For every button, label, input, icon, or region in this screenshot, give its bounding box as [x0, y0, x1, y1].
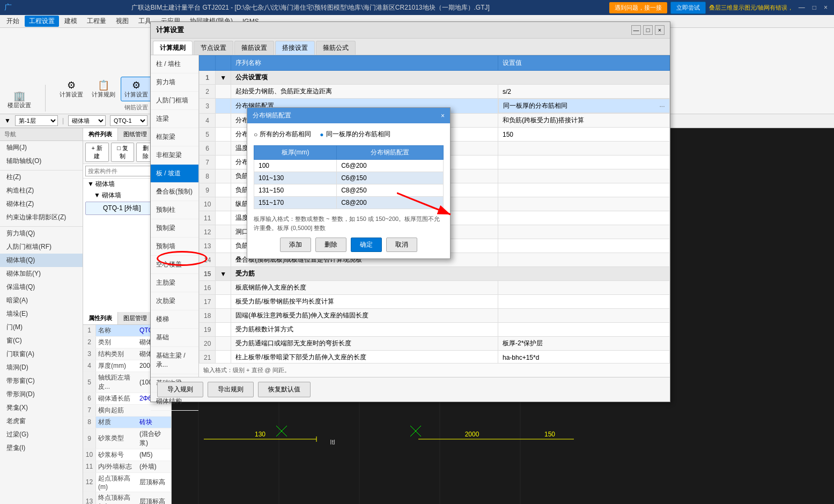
calc-settings-button[interactable]: ⚙ 计算设置 — [56, 77, 86, 100]
sub-config-2[interactable]: C6@150 — [337, 172, 444, 184]
add-row-button[interactable]: 添加 — [280, 238, 311, 252]
export-rules-button[interactable]: 导出规则 — [208, 382, 254, 397]
nav-foundation[interactable]: 基础 — [151, 329, 198, 347]
nav-item-axis[interactable]: 轴网(J) — [0, 141, 83, 154]
nav-foundation-main-beam[interactable]: 基础主梁 / 承... — [151, 347, 198, 374]
nav-sub-rib[interactable]: 次肋梁 — [151, 292, 198, 310]
maximize-icon[interactable]: □ — [810, 4, 818, 11]
try-button[interactable]: 立即尝试 — [670, 2, 706, 14]
attr-value-10[interactable]: (M5) — [137, 449, 171, 461]
cancel-sub-dialog-button[interactable]: 取消 — [386, 238, 417, 252]
nav-item-masonry-column[interactable]: 砌体柱(Z) — [0, 197, 83, 211]
nav-item-wall-pier[interactable]: 墙垛(E) — [0, 307, 83, 321]
attr-value-12[interactable]: 层顶标高 — [137, 472, 171, 492]
dialog-maximize-button[interactable]: □ — [643, 25, 653, 35]
close-icon[interactable]: × — [822, 4, 830, 11]
nav-slab[interactable]: 板 / 坡道 — [151, 165, 198, 183]
nav-civil-def-wall[interactable]: 人防门框墙 — [151, 92, 198, 110]
nav-item-dormer[interactable]: 老虎窗 — [0, 414, 83, 428]
nav-item-column[interactable]: 柱(Z) — [0, 171, 83, 184]
radio-same-thickness[interactable]: ● 同一板厚的分布筋相同 — [320, 130, 390, 139]
nav-item-strip-window[interactable]: 带形窗(C) — [0, 374, 83, 388]
nav-shear-wall[interactable]: 剪力墙 — [151, 73, 198, 92]
nav-item-masonry-wall[interactable]: 砌体墙(Q) — [0, 254, 83, 267]
nav-item-lintel[interactable]: 过梁(G) — [0, 428, 83, 441]
nav-item-insulation-wall[interactable]: 保温墙(Q) — [0, 280, 83, 294]
row-value-18[interactable] — [498, 309, 670, 323]
nav-item-door-window[interactable]: 门联窗(A) — [0, 347, 83, 361]
sub-thickness-2[interactable]: 101~130 — [254, 172, 337, 184]
tab-drawing-manage[interactable]: 图纸管理 — [118, 128, 153, 140]
nav-column[interactable]: 柱 / 墙柱 — [151, 55, 198, 73]
nav-item-constraint-zone[interactable]: 约束边缘非阴影区(Z) — [0, 211, 83, 224]
nav-frame-beam[interactable]: 框架梁 — [151, 128, 198, 146]
tab-splice-settings[interactable]: 搭接设置 — [275, 41, 315, 55]
restore-defaults-button[interactable]: 恢复默认值 — [258, 382, 311, 397]
minimize-icon[interactable]: — — [796, 4, 807, 11]
row-value-7[interactable] — [498, 155, 670, 169]
menu-modeling[interactable]: 建模 — [60, 16, 82, 27]
nav-item-niche[interactable]: 凳龛(X) — [0, 401, 83, 414]
row-value-3[interactable]: 同一板厚的分布筋相同 ··· — [498, 99, 670, 113]
nav-non-frame-beam[interactable]: 非框架梁 — [151, 146, 198, 165]
row-value-17[interactable] — [498, 295, 670, 309]
row-value-8[interactable] — [498, 169, 670, 183]
radio-all-same[interactable]: ○ 所有的分布筋相同 — [254, 130, 311, 139]
attr-value-13[interactable]: 层顶标高 — [137, 492, 171, 504]
nav-item-hidden-beam[interactable]: 暗梁(A) — [0, 294, 83, 307]
row-value-19[interactable] — [498, 323, 670, 337]
tab-attr-list[interactable]: 属性列表 — [83, 312, 118, 324]
calc-rules-button[interactable]: 📋 计算规则 — [88, 77, 119, 100]
material-selector[interactable]: 砌体墙 — [68, 115, 106, 126]
row-value-16[interactable] — [498, 281, 670, 295]
menu-start[interactable]: 开始 — [2, 16, 24, 27]
menu-view[interactable]: 视图 — [112, 16, 133, 27]
row-value-11[interactable] — [498, 211, 670, 225]
sub-config-4[interactable]: C8@200 — [337, 197, 444, 209]
sub-thickness-1[interactable]: 100 — [254, 160, 337, 172]
nav-item-struct-column[interactable]: 构造柱(Z) — [0, 184, 83, 197]
floor-selector[interactable]: 第-1层 — [15, 115, 58, 126]
nav-precast-wall[interactable]: 预制墙 — [151, 238, 198, 256]
nav-item-shear-wall[interactable]: 剪力墙(Q) — [0, 227, 83, 240]
row-value-13[interactable] — [498, 239, 670, 253]
nav-precast-column[interactable]: 预制柱 — [151, 201, 198, 219]
row-value-9[interactable] — [498, 183, 670, 197]
dialog-minimize-button[interactable]: — — [631, 25, 641, 35]
nav-item-door[interactable]: 门(M) — [0, 321, 83, 334]
nav-item-wall-niche[interactable]: 壁龛(I) — [0, 441, 83, 455]
menu-project-settings[interactable]: 工程设置 — [25, 16, 59, 27]
menu-quantity[interactable]: 工程量 — [83, 16, 110, 27]
row-value-14[interactable] — [498, 253, 670, 267]
new-component-button[interactable]: + 新建 — [85, 143, 109, 162]
nav-composite-slab[interactable]: 叠合板(预制) — [151, 183, 198, 201]
row-value-4[interactable]: 和负筋(跨板受力筋)搭接计算 — [498, 114, 670, 128]
help-button[interactable]: 遇到问题，接一接 — [609, 2, 667, 13]
nav-item-civil-defense[interactable]: 人防门框墙(RF) — [0, 240, 83, 254]
nav-item-masonry-rebar[interactable]: 砌体加筋(Y) — [0, 267, 83, 280]
delete-row-button[interactable]: 删除 — [315, 238, 346, 252]
tab-calc-rules[interactable]: 计算规则 — [153, 41, 193, 55]
confirm-sub-dialog-button[interactable]: 确定 — [351, 238, 382, 252]
row-value-6[interactable] — [498, 142, 670, 155]
sub-thickness-3[interactable]: 131~150 — [254, 184, 337, 197]
dialog-close-button[interactable]: × — [655, 25, 665, 35]
tab-stirrup-settings[interactable]: 箍筋设置 — [234, 41, 274, 55]
sub-thickness-4[interactable]: 151~170 — [254, 197, 337, 209]
row-value-10[interactable] — [498, 197, 670, 211]
row-value-20[interactable]: 板厚-2*保护层 — [498, 337, 670, 351]
nav-item-window[interactable]: 窗(C) — [0, 334, 83, 347]
attr-value-11[interactable]: (外墙) — [137, 461, 171, 472]
nav-item-aux-axis[interactable]: 辅助轴线(O) — [0, 154, 83, 168]
import-rules-button[interactable]: 导入规则 — [157, 382, 203, 397]
nav-main-rib[interactable]: 主肋梁 — [151, 274, 198, 292]
nav-item-wall-hole[interactable]: 墙洞(D) — [0, 361, 83, 374]
sub-config-1[interactable]: C6@200 — [337, 160, 444, 172]
copy-component-button[interactable]: □ 复制 — [111, 143, 135, 162]
attr-value-9[interactable]: (混合砂浆) — [137, 428, 171, 449]
nav-coupling-beam[interactable]: 连梁 — [151, 110, 198, 128]
sub-config-3[interactable]: C8@250 — [337, 184, 444, 197]
nav-hollow-slab[interactable]: 空心楼盖 — [151, 256, 198, 274]
tab-layer-manage[interactable]: 图层管理 — [118, 312, 153, 324]
floor-settings-button[interactable]: 🏢 楼层设置 — [4, 88, 34, 111]
